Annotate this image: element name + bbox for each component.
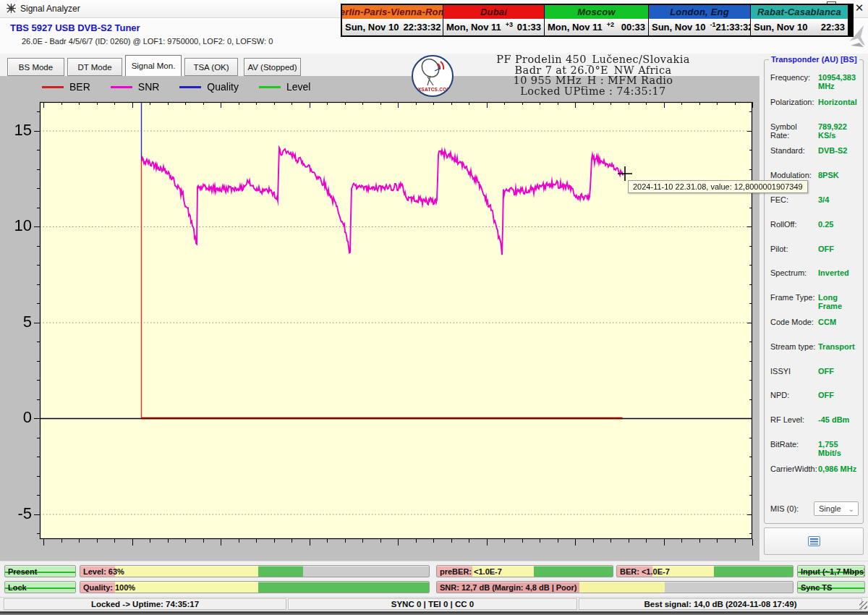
window-bottom-edge (0, 610, 868, 615)
clock-city-label: Dubai (443, 5, 544, 19)
transponder-row: Standard:DVB-S2 (770, 146, 860, 171)
clock-time: 21:33:32 (715, 22, 753, 33)
transponder-row: Frequency:10954,383 MHz (770, 73, 860, 98)
legend-line-swatch (111, 86, 132, 88)
clock-time: 22:33:32 (403, 22, 441, 33)
transponder-row-value: -45 dBm (818, 415, 849, 424)
save-settings-button[interactable] (764, 527, 864, 555)
world-clock-strip: Berlin-Paris-Vienna-RomaSun, Nov 1022:33… (341, 4, 854, 37)
transponder-row-label: RollOff: (770, 220, 818, 229)
meter-text: BER: <1.0E-7 (617, 567, 670, 576)
meter-lock: Lock (4, 581, 76, 593)
transponder-row-label: Standard: (770, 146, 818, 155)
clock-cell: MoscowMon, Nov 11+200:33 (545, 5, 648, 35)
legend-item-snr: SNR (111, 81, 160, 93)
transponder-row-value: 0.25 (818, 220, 833, 229)
clock-cell: DubaiMon, Nov 11+301:33 (443, 5, 544, 35)
transponder-title: Transponder (AU) [BS] (769, 55, 859, 64)
meter-sync-ts: Sync TS (797, 581, 865, 593)
clock-date: Sun, Nov 10 (754, 22, 807, 33)
resize-grip[interactable] (859, 601, 867, 609)
transponder-rows: Frequency:10954,383 MHzPolarization:Hori… (770, 73, 860, 489)
legend-label: Quality (207, 81, 239, 93)
transponder-row: Spectrum:Inverted (770, 268, 860, 293)
clock-city-label: London, Eng (649, 5, 750, 19)
status-sync: SYNC 0 | TEI 0 | CC 0 (288, 598, 577, 610)
meter-ber: BER: <1.0E-7 (616, 565, 793, 577)
transponder-row-value: 10954,383 MHz (818, 73, 860, 90)
transponder-row-label: Frequency: (770, 73, 818, 82)
signal-analyzer-window: Signal Analyzer ✕ Berlin-Paris-Vienna-Ro… (0, 0, 868, 615)
status-best-signal: Best signal: 14,0 dB (2024-11-08 17:49) (579, 598, 862, 610)
transponder-row-label: Code Mode: (770, 318, 818, 326)
feed-header-line2: Badr 7 at 26.0°E_NW Africa (441, 65, 745, 76)
close-button[interactable]: ✕ (853, 1, 866, 14)
meter-input-1-7-mbps-: Input (~1,7 Mbps) (797, 565, 865, 577)
clock-cell: London, EngSun, Nov 10-121:33:32 (649, 5, 750, 35)
tab-av-stopped-[interactable]: AV (Stopped) (244, 58, 301, 76)
transponder-row: CarrierWidth:0,986 MHz (770, 465, 860, 489)
feed-header-line4: Locked UPtime : 74:35:17 (441, 86, 745, 97)
meter-text: Quality: 100% (80, 583, 135, 592)
clock-time-row: Sun, Nov 1022:33:32 (342, 19, 443, 35)
transponder-row-value: CCM (818, 318, 836, 326)
clock-city-label: Moscow (545, 5, 648, 19)
transponder-row: Polarization:Horizontal (770, 98, 860, 122)
signal-chart-canvas[interactable] (0, 76, 760, 561)
clock-date: Sun, Nov 10 (345, 22, 399, 33)
meter-level: Level: 63% (80, 565, 430, 577)
transponder-row-label: ISSYI (770, 367, 818, 376)
transponder-row-label: NPD: (770, 391, 818, 399)
legend-item-level: Level (259, 81, 310, 93)
clock-utc-offset: -1 (705, 21, 715, 28)
tab-signal-mon-[interactable]: Signal Mon. (125, 55, 182, 77)
clock-time: 22:33 (821, 22, 845, 33)
clock-cell: Rabat-CasablancaSun, Nov 1022:33 (751, 5, 848, 35)
clock-date: Sun, Nov 10 (652, 22, 705, 33)
transponder-row: BitRate:1,755 Mbit/s (770, 440, 860, 465)
transponder-row-value: 8PSK (818, 171, 839, 179)
transponder-row-value: Long Frame (818, 293, 860, 310)
clock-time-row: Mon, Nov 11+301:33 (443, 19, 544, 35)
clock-city-label: Berlin-Paris-Vienna-Roma (342, 5, 443, 19)
signal-chart-area: BERSNRQualityLevel 2024-11-10 22.31.08, … (0, 76, 760, 561)
tab-bs-mode[interactable]: BS Mode (7, 58, 64, 76)
clock-time: 01:33 (517, 22, 541, 33)
meter-snr: SNR: 12,7 dB (Margin: 4,8 dB | Poor) (436, 581, 793, 593)
clock-utc-offset: +3 (501, 21, 517, 28)
transponder-row: ISSYIOFF (770, 367, 860, 391)
dxsatcs-logo-text: DXSATCS.COM (413, 87, 452, 92)
transponder-row-label: CarrierWidth: (770, 465, 818, 473)
transponder-row: Frame Type:Long Frame (770, 293, 860, 318)
transponder-panel: Transponder (AU) [BS] Frequency:10954,38… (760, 54, 868, 561)
transponder-row-label: Symbol Rate: (770, 122, 818, 140)
tuner-title: TBS 5927 USB DVB-S2 Tuner (10, 22, 140, 33)
clock-time-row: Sun, Nov 1022:33 (751, 19, 848, 35)
transponder-row-value: DVB-S2 (818, 146, 847, 155)
mis-label: MIS (0): (770, 504, 814, 513)
save-icon (808, 536, 820, 546)
dxsatcs-dish-icon (413, 56, 452, 87)
transponder-row-value: Transport (818, 342, 855, 351)
feed-header-line1: PF Prodelin 450_Lučenec/Slovakia (441, 54, 745, 65)
status-uptime: Locked -> Uptime: 74:35:17 (4, 598, 286, 610)
meter-panel: PresentLevel: 63%preBER: <1.0E-7BER: <1.… (0, 561, 868, 598)
legend-line-swatch (179, 86, 201, 88)
tuner-lnb-info: 26.0E - Badr 4/5/6/7 (ID: 0260) @ LOF1: … (22, 37, 273, 46)
dxsatcs-logo: DXSATCS.COM (412, 55, 454, 97)
transponder-row-label: RF Level: (770, 415, 818, 424)
clock-utc-offset: +2 (603, 21, 621, 28)
legend-label: SNR (138, 81, 160, 93)
transponder-row-value: OFF (818, 391, 834, 399)
legend-line-swatch (259, 86, 281, 88)
meter-text: SNR: 12,7 dB (Margin: 4,8 dB | Poor) (437, 583, 577, 592)
tab-tsa-ok-[interactable]: TSA (OK) (184, 58, 238, 76)
mis-dropdown[interactable]: Single ⌄ (814, 501, 859, 516)
transponder-row: Pilot:OFF (770, 245, 860, 269)
transponder-row-label: Spectrum: (770, 268, 818, 277)
tab-dt-mode[interactable]: DT Mode (67, 58, 122, 76)
clock-date: Mon, Nov 11 (548, 22, 603, 33)
clock-time: 00:33 (621, 22, 645, 33)
meter-text: Sync TS (798, 583, 832, 592)
app-dish-icon (6, 3, 17, 14)
